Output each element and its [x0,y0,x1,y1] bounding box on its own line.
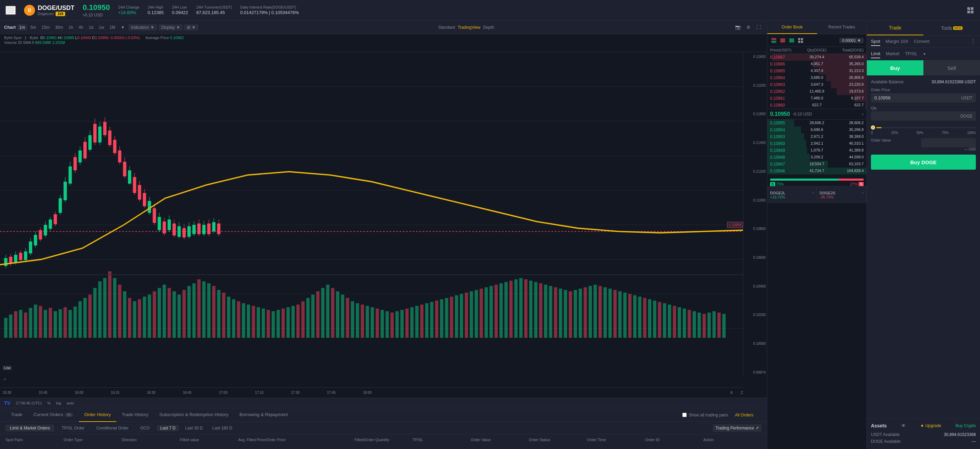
upgrade-button[interactable]: ★ Upgrade [920,423,941,428]
ob-ask-row[interactable]: 0.10962 11,465.9 19,573.6 [767,88,867,95]
tf-4h[interactable]: 4h [76,24,85,30]
ob-ask-row[interactable]: 0.10966 4,051.7 35,265.0 [767,61,867,68]
tf-1d[interactable]: 1d [87,24,95,30]
doge2s-item[interactable]: DOGE2S › -35.73% [817,186,867,203]
ob-bid-row[interactable]: 0.10946 41,724.7 104,828.4 [767,168,867,175]
ob-bid-row[interactable]: 0.10947 18,504.7 63,103.7 [767,161,867,168]
sub-tab-oco[interactable]: OCO [136,425,154,432]
leverage-badge[interactable]: 10X [56,12,65,16]
ob-ask-row[interactable]: 0.10961 7,485.0 8,107.7 [767,95,867,102]
buy-tab[interactable]: Buy [867,60,923,75]
tab-recent-trades[interactable]: Recent Trades [817,21,867,34]
show-all-checkbox-input[interactable] [682,413,687,417]
tab-margin-10x[interactable]: Margin 10X [886,37,908,46]
fullscreen-button[interactable]: ⛶ [755,23,763,32]
tab-trade[interactable]: Trade [5,408,28,422]
tab-order-history[interactable]: Order History [79,408,116,422]
ob-bid-row[interactable]: 0.10950 2,042.1 40,310.1 [767,140,867,147]
ob-bids: 0.10955 28,606.2 28,606.2 0.10954 6,690.… [767,120,867,175]
ob-precision-selector[interactable]: 0.00001 ▼ [839,38,864,43]
tf-1h[interactable]: 1h [67,24,75,30]
th-order-type: Order Type [64,438,122,442]
ob-bid-row[interactable]: 0.10953 2,971.2 38,268.0 [767,133,867,140]
form-tab-chevron[interactable]: ▼ [923,52,926,56]
high-24h-label: 24H High [148,5,164,9]
external-link-icon: ↗ [755,426,759,430]
tab-convert[interactable]: Convert [914,37,929,46]
tab-spot[interactable]: Spot [871,37,880,46]
qty-input[interactable] [874,113,959,119]
tf-more[interactable]: ▼ [119,24,127,30]
layout-toggle-button[interactable] [966,6,975,14]
svg-rect-93 [400,310,404,338]
period-7d[interactable]: Last 7 D [157,425,179,431]
display-button[interactable]: Display ▼ [159,24,183,30]
slider-handle[interactable] [871,125,875,130]
tf-1m[interactable]: 1m [17,24,27,30]
assets-section: Assets 👁 ★ Upgrade Buy Crypto USDT Avail… [867,419,980,449]
tf-1M[interactable]: 1M [107,24,117,30]
trading-performance-button[interactable]: Trading Performance ↗ [713,424,762,432]
ob-view-alt[interactable] [797,36,804,44]
buy-crypto-button[interactable]: Buy Crypto [956,423,976,428]
buy-doge-button[interactable]: Buy DOGE [871,155,976,170]
auto-toggle[interactable]: auto [67,401,74,405]
sub-tab-conditional[interactable]: Conditional Order [92,425,133,432]
order-price-input[interactable] [874,95,960,100]
tab-trade-history[interactable]: Trade History [116,408,154,422]
tradingview-view-button[interactable]: TradingView [458,25,480,30]
sub-tab-tpsl[interactable]: TP/SL Order [57,425,89,432]
y-label-7: 0.10800 [745,227,765,231]
y-label-11: 0.10000 [745,342,765,346]
ob-precision-chevron: ▼ [857,38,861,43]
ob-ask-row[interactable]: 0.10960 622.7 622.7 [767,102,867,109]
order-form: Available Balance 30,894.61523368 USDT O… [867,75,980,174]
svg-rect-50 [187,286,191,338]
order-value-field[interactable] [924,140,980,145]
ob-view-buy[interactable] [788,36,795,44]
ob-bid-row[interactable]: 0.10954 6,690.6 35,296.8 [767,127,867,133]
trade-tab-tools[interactable]: Tools NEW [923,21,980,35]
more-options-button[interactable]: ⋮ [970,38,976,45]
tab-subscription-redemption[interactable]: Subscription & Redemption History [154,408,234,422]
ob-view-sell[interactable] [779,36,786,44]
form-tab-tpsl[interactable]: TP/SL [905,50,917,58]
all-orders-button[interactable]: All Orders [732,412,756,418]
eye-icon[interactable]: 👁 [901,423,906,428]
indicators-button[interactable]: Indicators ▼ [128,24,157,30]
menu-button[interactable] [5,6,16,15]
tf-5m[interactable]: 5m [29,24,38,30]
svg-rect-55 [212,286,216,338]
ob-ask-row[interactable]: 0.10964 3,685.0 26,905.9 [767,75,867,81]
trade-tab-trade[interactable]: Trade [867,21,923,35]
ob-bid-row[interactable]: 0.10949 1,079.7 41,389.8 [767,147,867,154]
doge2l-item[interactable]: DOGE2L › +19.72% [767,186,817,203]
form-tab-limit[interactable]: Limit [871,50,880,58]
ob-ask-row[interactable]: 0.10963 3,647.3 23,220.9 [767,81,867,88]
current-price-block: 0.10950 ≈0.10 USD [83,3,110,17]
log-toggle[interactable]: log [56,401,61,405]
ob-view-both[interactable] [770,36,778,44]
period-180d[interactable]: Last 180 D [209,425,235,431]
show-all-pairs-checkbox[interactable]: Show all trading pairs [682,413,728,417]
tab-current-orders[interactable]: Current Orders (0) [28,408,78,422]
form-tab-market[interactable]: Market [886,50,899,58]
ob-ask-row[interactable]: 0.10967 30,274.4 65,539.4 [767,54,867,61]
sub-tab-limit-market[interactable]: Limit & Market Orders [5,425,54,432]
standard-view-button[interactable]: Standard [438,25,455,30]
tf-15m[interactable]: 15m [40,24,51,30]
tab-order-book[interactable]: Order Book [767,21,817,34]
tab-borrowing-repayment[interactable]: Borrowing & Repayment [234,408,293,422]
tf-30m[interactable]: 30m [53,24,65,30]
tf-1w[interactable]: 1w [97,24,106,30]
ob-ask-row[interactable]: 0.10965 4,307.4 31,213.3 [767,68,867,75]
screenshot-button[interactable]: 📷 [734,23,742,32]
zoom-button[interactable]: ⊞ ▼ [184,24,198,30]
settings-button[interactable]: ⚙ [745,23,752,32]
period-30d[interactable]: Last 30 D [182,425,206,431]
pair-name[interactable]: DOGE/USDT [38,5,75,12]
ob-bid-row[interactable]: 0.10948 3,209.2 44,599.0 [767,154,867,161]
sell-tab[interactable]: Sell [923,60,980,75]
ob-bid-row[interactable]: 0.10955 28,606.2 28,606.2 [767,120,867,127]
depth-view-button[interactable]: Depth [483,25,494,30]
